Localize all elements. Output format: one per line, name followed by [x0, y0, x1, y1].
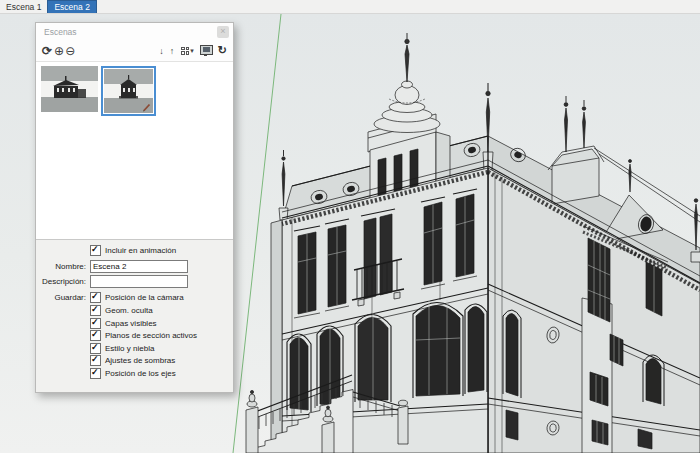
scene-1-thumbnail[interactable]	[41, 66, 98, 112]
save-shadow-settings-label: Ajustes de sombras	[105, 356, 175, 365]
remove-scene-icon[interactable]: ⊖	[65, 44, 75, 58]
show-details-icon[interactable]	[200, 45, 213, 55]
save-hidden-geometry-label: Geom. oculta	[105, 306, 153, 315]
hide-details-icon[interactable]: ↻	[218, 44, 227, 57]
scene-tab-bar: Escena 1 Escena 2	[0, 0, 700, 14]
name-input[interactable]	[90, 260, 188, 273]
save-hidden-geometry-checkbox[interactable]	[90, 305, 101, 316]
description-input[interactable]	[90, 275, 188, 288]
include-animation-label: Incluir en animación	[105, 246, 176, 255]
move-scene-up-icon[interactable]: ↑	[170, 46, 175, 56]
tab-escena-1[interactable]: Escena 1	[0, 0, 47, 13]
include-animation-checkbox[interactable]	[90, 245, 101, 256]
move-scene-down-icon[interactable]: ↓	[159, 46, 164, 56]
scenes-toolbar: ⟳ ⊕ ⊖ ↓ ↑ ▾ ↻	[36, 40, 233, 61]
view-options-caret-icon[interactable]: ▾	[190, 47, 194, 55]
close-icon[interactable]: ×	[217, 26, 229, 38]
scenes-dialog: Escenas × ⟳ ⊕ ⊖ ↓ ↑ ▾ ↻	[35, 22, 234, 393]
update-scene-icon[interactable]: ⟳	[42, 44, 52, 58]
save-visible-layers-checkbox[interactable]	[90, 318, 101, 329]
name-label: Nombre:	[36, 262, 90, 271]
save-axes-position-checkbox[interactable]	[90, 368, 101, 379]
scene-1-thumbnail-image	[41, 66, 98, 112]
scene-properties-form: Incluir en animación Nombre: Descripción…	[36, 240, 233, 392]
add-scene-icon[interactable]: ⊕	[54, 44, 64, 58]
save-axes-position-label: Posición de los ejes	[105, 369, 176, 378]
description-label: Descripción:	[36, 277, 90, 286]
view-options-icon[interactable]	[181, 47, 189, 55]
save-section-planes-label: Planos de sección activos	[105, 331, 197, 340]
save-style-fog-label: Estilo y niebla	[105, 344, 154, 353]
scenes-dialog-titlebar[interactable]: Escenas ×	[36, 23, 233, 40]
scene-thumbnail-list[interactable]	[36, 61, 233, 240]
save-camera-position-checkbox[interactable]	[90, 292, 101, 303]
save-label: Guardar:	[36, 293, 90, 302]
save-visible-layers-label: Capas visibles	[105, 319, 157, 328]
save-style-fog-checkbox[interactable]	[90, 343, 101, 354]
tab-escena-2[interactable]: Escena 2	[47, 0, 96, 13]
save-section-planes-checkbox[interactable]	[90, 330, 101, 341]
save-camera-position-label: Posición de la cámara	[105, 293, 184, 302]
scenes-dialog-title: Escenas	[44, 27, 77, 37]
save-shadow-settings-checkbox[interactable]	[90, 355, 101, 366]
edit-pencil-icon[interactable]	[142, 102, 152, 112]
building-wireframe	[246, 33, 700, 453]
scene-2-thumbnail[interactable]	[101, 66, 156, 116]
